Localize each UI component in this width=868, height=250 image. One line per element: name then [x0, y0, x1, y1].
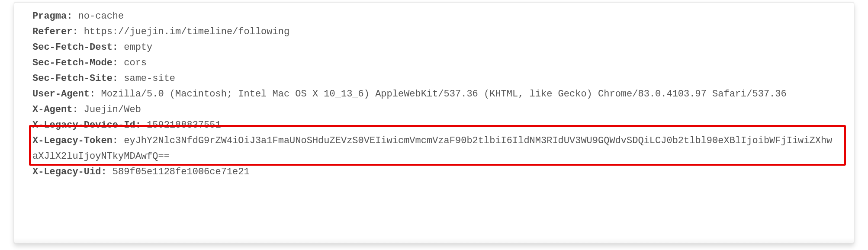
header-value: https://juejin.im/timeline/following [84, 26, 289, 37]
header-name: X-Legacy-Uid: [32, 167, 107, 177]
header-value: Juejin/Web [84, 104, 141, 115]
header-row: X-Agent: Juejin/Web [32, 102, 836, 118]
header-row: Sec-Fetch-Dest: empty [32, 40, 836, 55]
header-name: User-Agent: [32, 89, 95, 99]
header-row: User-Agent: Mozilla/5.0 (Macintosh; Inte… [32, 87, 836, 102]
header-name: X-Legacy-Device-Id: [32, 120, 141, 131]
header-name: Sec-Fetch-Site: [32, 73, 118, 84]
header-value: Mozilla/5.0 (Macintosh; Intel Mac OS X 1… [101, 89, 786, 99]
header-name: Pragma: [32, 11, 72, 22]
headers-panel: Pragma: no-cache Referer: https://juejin… [14, 2, 854, 244]
header-value: no-cache [78, 11, 124, 22]
header-name: Referer: [32, 26, 78, 37]
header-row: Sec-Fetch-Site: same-site [32, 71, 836, 87]
header-value: 1592188837551 [147, 120, 221, 131]
header-row: X-Legacy-Device-Id: 1592188837551 [32, 118, 836, 133]
header-value: empty [124, 42, 152, 53]
header-row-highlighted: X-Legacy-Token: eyJhY2Nlc3NfdG9rZW4iOiJ3… [32, 133, 836, 164]
header-name: Sec-Fetch-Dest: [32, 42, 118, 53]
header-name: Sec-Fetch-Mode: [32, 58, 118, 68]
header-name: X-Agent: [32, 104, 78, 115]
header-row: X-Legacy-Uid: 589f05e1128fe1006ce71e21 [32, 164, 836, 180]
header-row: Sec-Fetch-Mode: cors [32, 55, 836, 71]
header-row: Pragma: no-cache [32, 9, 836, 24]
header-value: same-site [124, 73, 175, 84]
header-value: cors [124, 58, 147, 68]
header-value: eyJhY2Nlc3NfdG9rZW4iOiJ3a1FmaUNoSHduZEVz… [32, 135, 832, 162]
header-value: 589f05e1128fe1006ce71e21 [113, 167, 250, 177]
header-name: X-Legacy-Token: [32, 135, 118, 146]
header-row: Referer: https://juejin.im/timeline/foll… [32, 24, 836, 40]
